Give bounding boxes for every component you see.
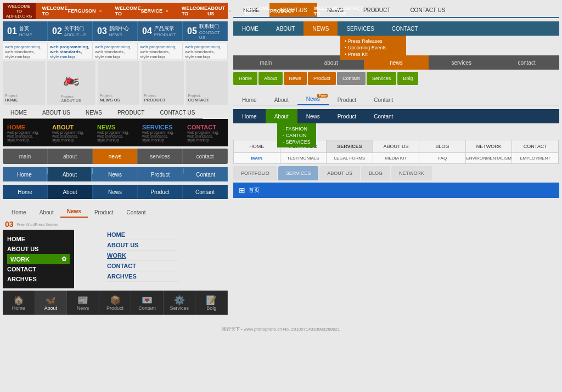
gray-tab-aboutus[interactable]: ABOUT US [35, 107, 78, 119]
nav8-about[interactable]: About [33, 207, 60, 218]
r-nav7-aboutus[interactable]: ABOUT US [373, 140, 420, 152]
nav2-item-1[interactable]: 01首页HOME [3, 21, 48, 41]
nav2-item-3[interactable]: 03新闻中心NEWS [93, 21, 138, 41]
nav10-services[interactable]: ⚙️ Services [164, 291, 196, 315]
r-nav6-home[interactable]: Home [233, 109, 266, 123]
nav9-contact[interactable]: CONTACT [7, 264, 70, 274]
nav5-services[interactable]: services [138, 149, 183, 164]
nav6-news[interactable]: News [93, 167, 137, 181]
r-nav2-about[interactable]: ABOUT [267, 21, 304, 36]
nav9-aboutus[interactable]: ABOUT US [7, 244, 70, 254]
r-nav7-environmentalism[interactable]: ENVIRONMENTALISM [466, 153, 513, 163]
r-dropdown-item-2[interactable]: • Upcoming Events [345, 44, 402, 51]
r-nav6-dropdown-item-3[interactable]: SERVICES [283, 139, 311, 145]
gray-tab-news[interactable]: NEWS [78, 107, 110, 119]
nav4-news[interactable]: NEWS web programming,web standards,style… [93, 119, 138, 146]
nav9b-archves[interactable]: ARCHVES [107, 271, 178, 282]
nav5-main[interactable]: main [3, 149, 48, 164]
r-dropdown-item-1[interactable]: • Press Releases [345, 38, 402, 44]
nav4-services[interactable]: SERVICES web programming,web standards,s… [138, 119, 183, 146]
r-nav4-bolg[interactable]: Bolg [397, 72, 418, 85]
nav8-contant[interactable]: Contant [120, 207, 152, 218]
nav6-about[interactable]: About [48, 167, 92, 181]
r-nav6-dropdown-item-2[interactable]: CANTON [283, 132, 311, 139]
nav9-home[interactable]: HOME [7, 234, 70, 244]
r-nav7-services[interactable]: SERVICES [327, 140, 373, 152]
nav5-contact[interactable]: contact [183, 149, 228, 164]
r-nav4-services[interactable]: Services [367, 72, 397, 85]
nav9-work[interactable]: WORK ✿ [7, 254, 70, 264]
r-nav7-home[interactable]: HOME [234, 140, 280, 152]
gray-tab-contact[interactable]: CONTACT US [152, 107, 203, 119]
r-nav1-contact[interactable]: CONTACT US [400, 3, 455, 17]
nav8-product[interactable]: Product [88, 207, 120, 218]
nav7-contant[interactable]: Contant [183, 185, 228, 199]
nav9b-home[interactable]: HOME [107, 230, 178, 240]
r-nav2-contact[interactable]: CONTACT [383, 21, 427, 36]
r-nav8-aboutus[interactable]: ABOUT US [319, 166, 360, 180]
nav10-home[interactable]: 🏠 Home [3, 291, 35, 315]
nav8-home[interactable]: Home [5, 207, 33, 218]
r-nav5-product[interactable]: Product [329, 95, 365, 105]
r-nav3-main[interactable]: main [233, 55, 299, 70]
r-nav6-dropdown-item-1[interactable]: FASHION [283, 126, 311, 132]
r-nav4-contant[interactable]: Contant [337, 72, 366, 85]
nav1-item-1[interactable]: WELCOME TOFERGUSON [36, 5, 109, 16]
r-nav7-faq[interactable]: FAQ [419, 153, 466, 163]
nav7-product[interactable]: Product [138, 185, 183, 199]
r-nav8-services[interactable]: SERVICES [278, 166, 318, 180]
nav6-home[interactable]: Home [3, 167, 47, 181]
nav10-contant[interactable]: 💌 Contant [131, 291, 164, 315]
r-nav2-news[interactable]: NEWS [304, 21, 338, 36]
nav4-home[interactable]: HOME web programming,web standards,style… [3, 119, 48, 146]
nav1-item-2[interactable]: WELCOME TOSERVICE [109, 5, 175, 16]
nav6-contant[interactable]: Contant [184, 167, 228, 181]
nav2-item-5[interactable]: 05联系我们CONTACT US [183, 21, 228, 41]
nav9-archves[interactable]: ARCHVES [7, 274, 70, 284]
nav9b-work[interactable]: WORK [107, 251, 178, 261]
nav9b-aboutus[interactable]: ABOUT US [107, 240, 178, 251]
r-nav7-legalforms[interactable]: LEGAL FORMS [327, 153, 373, 163]
nav10-bolg[interactable]: 📝 Bolg [195, 291, 228, 315]
nav1-item-3[interactable]: WELCOME TOABOUT US [175, 5, 238, 16]
r-dropdown-item-3[interactable]: • Press Kit [345, 51, 402, 58]
gray-tab-product[interactable]: PRODUCT [110, 107, 152, 119]
gray-tab-home[interactable]: HOME [3, 107, 35, 119]
r-nav4-about[interactable]: About [258, 72, 283, 85]
nav4-contact[interactable]: CONTACT web programming,web standards,st… [183, 119, 228, 146]
r-nav7-employment[interactable]: EMPLOYMENT [512, 153, 559, 163]
nav1-item-5[interactable]: WELCOME TOCONTACT US [307, 5, 376, 16]
r-nav4-news[interactable]: News [284, 72, 307, 85]
nav4-about[interactable]: ABOUT web programming,web standards,styl… [48, 119, 93, 146]
r-nav7-contact[interactable]: CONTACT [512, 140, 559, 152]
r-nav5-contant[interactable]: Contant [365, 95, 402, 105]
r-nav6-product[interactable]: Product [329, 109, 365, 123]
nav7-news[interactable]: News [93, 185, 138, 199]
r-nav4-product[interactable]: Product [308, 72, 336, 85]
nav5-news[interactable]: news [93, 149, 138, 164]
nav1-item-4[interactable]: WELCOME TOPRODUCT [238, 5, 307, 16]
r-nav6-news[interactable]: News [297, 109, 329, 123]
nav10-product[interactable]: 📦 Product [99, 291, 132, 315]
r-nav8-portfolio[interactable]: PORTFOLIO [233, 166, 277, 180]
nav2-item-2[interactable]: 02关于我们ABOUT US [48, 21, 93, 41]
r-nav5-news[interactable]: News Free [297, 94, 329, 105]
r-nav4-home[interactable]: Home [233, 72, 257, 85]
r-nav3-services[interactable]: services [429, 55, 494, 70]
r-nav6-contant[interactable]: Contant [365, 109, 402, 123]
r-nav7-network[interactable]: NETWORK [466, 140, 513, 152]
nav7-about[interactable]: About [48, 185, 93, 199]
r-nav7-main[interactable]: MAIN [234, 153, 280, 163]
nav10-news[interactable]: 📰 News [67, 291, 99, 315]
r-nav3-contact[interactable]: contact [494, 55, 559, 70]
nav8-news[interactable]: News [60, 206, 88, 218]
r-nav7-mediakit[interactable]: MEDIA KIT [373, 153, 420, 163]
r-nav2-home[interactable]: HOME [233, 21, 267, 36]
r-nav8-blog[interactable]: BLOG [361, 166, 390, 180]
r-nav5-home[interactable]: Home [233, 95, 266, 105]
nav10-about[interactable]: 🦋 About [35, 291, 68, 315]
r-nav5-about[interactable]: About [266, 95, 297, 105]
nav2-item-4[interactable]: 04产品展示PRODUCT [138, 21, 183, 41]
r-nav7-blog[interactable]: BLOG [419, 140, 466, 152]
nav9b-contact[interactable]: CONTACT [107, 261, 178, 271]
